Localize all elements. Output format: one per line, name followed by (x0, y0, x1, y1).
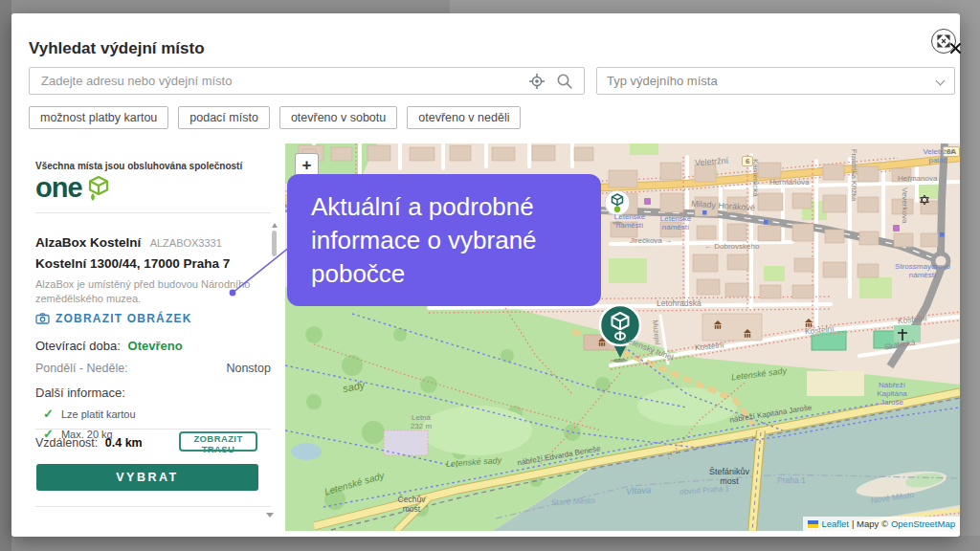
filter-open-sunday[interactable]: otevřeno v neděli (407, 106, 521, 129)
location-code: ALZABOX3331 (150, 237, 222, 249)
attribution-text: | Mapy © (852, 518, 888, 529)
brand-wordmark: one (35, 172, 82, 204)
show-image-label: ZOBRAZIT OBRÁZEK (56, 312, 192, 325)
location-name: AlzaBox Kostelní (35, 235, 141, 250)
search-icon[interactable] (556, 73, 573, 94)
page-overlay-bottom (11, 536, 980, 551)
location-address: Kostelní 1300/44, 17000 Praha 7 (35, 256, 230, 271)
locate-me-icon[interactable] (528, 73, 546, 94)
distance-row: Vzdálenost: 0.4 km (35, 436, 143, 450)
show-route-button[interactable]: ZOBRAZIT TRASU (179, 431, 257, 452)
distance-value: 0.4 km (105, 436, 143, 450)
show-image-link[interactable]: ZOBRAZIT OBRÁZEK (35, 312, 192, 325)
select-button[interactable]: VYBRAT (36, 464, 258, 491)
feature-label: Lze platit kartou (61, 408, 136, 420)
close-icon (949, 42, 962, 55)
openstreetmap-link[interactable]: OpenStreetMap (891, 518, 955, 529)
search-input[interactable] (29, 67, 585, 95)
scroll-up-arrow-icon[interactable] (272, 223, 278, 228)
chevron-down-icon (936, 77, 946, 86)
check-icon: ✓ (43, 407, 54, 421)
distance-label: Vzdálenost: (35, 436, 98, 450)
type-select-value: Typ výdejního místa (607, 74, 718, 88)
days-range: Pondělí - Neděle: (35, 362, 128, 375)
onboarding-tooltip: Aktuální a podrobné informace o vybrané … (287, 174, 601, 306)
filter-dropoff-point[interactable]: podací místo (178, 106, 270, 129)
modal-title: Vyhledat výdejní místo (29, 39, 205, 58)
green-cube-leaf-icon (86, 175, 111, 202)
sidebar-scrollbar[interactable] (272, 231, 277, 256)
close-button[interactable] (949, 41, 963, 55)
divider (35, 429, 271, 430)
filter-open-saturday[interactable]: otevřeno v sobotu (279, 106, 397, 129)
brand-logo: one (35, 172, 111, 204)
divider (35, 506, 271, 507)
hours-value: Nonstop (226, 362, 271, 375)
opening-hours-row: Otevírací doba: Otevřeno (35, 339, 183, 353)
location-note: AlzaBox je umístěný před budovou Národní… (35, 277, 251, 306)
page-overlay-top-right (450, 0, 980, 13)
filter-card-payment[interactable]: možnost platby kartou (29, 106, 168, 129)
opening-status-badge: Otevřeno (128, 339, 183, 353)
page-overlay-left (0, 0, 11, 551)
more-info-label: Další informace: (35, 386, 125, 400)
opening-hours-label: Otevírací doba: (35, 339, 121, 353)
leaflet-link[interactable]: Leaflet (821, 518, 849, 529)
page-overlay-right (960, 13, 980, 536)
map-attribution: Leaflet | Mapy © OpenStreetMap (803, 517, 960, 531)
filter-chips: možnost platby kartou podací místo otevř… (29, 106, 521, 129)
type-select[interactable]: Typ výdejního místa (596, 67, 955, 95)
divider (35, 212, 271, 213)
pickup-location-modal: Vyhledat výdejní místo (11, 13, 960, 537)
feature-item: ✓ Lze platit kartou (43, 407, 136, 421)
page-overlay-top (11, 0, 450, 13)
served-by-label: Všechna místa jsou obsluhována společnos… (35, 161, 242, 171)
days-row: Pondělí - Neděle: Nonstop (35, 362, 271, 375)
location-name-row: AlzaBox Kostelní ALZABOX3331 (35, 235, 222, 250)
scroll-down-arrow-icon[interactable] (266, 513, 274, 518)
camera-icon (35, 313, 50, 324)
ukraine-flag-icon (808, 520, 818, 528)
